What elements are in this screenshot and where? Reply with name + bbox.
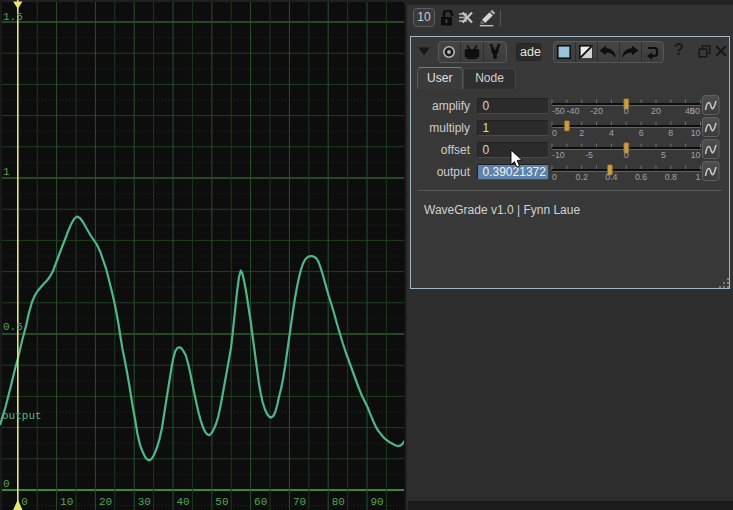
svg-text:0.6: 0.6	[635, 172, 647, 182]
svg-text:20: 20	[99, 496, 112, 508]
svg-text:1.5: 1.5	[3, 11, 23, 23]
svg-text:5: 5	[661, 150, 666, 160]
svg-text:-20: -20	[590, 106, 603, 116]
svg-text:-5: -5	[585, 150, 593, 160]
svg-text:1: 1	[3, 166, 10, 178]
svg-text:0.2: 0.2	[576, 172, 588, 182]
svg-text:2: 2	[579, 128, 584, 138]
svg-text:10: 10	[691, 150, 701, 160]
svg-text:10: 10	[60, 496, 73, 508]
svg-text:8: 8	[668, 128, 673, 138]
svg-text:70: 70	[293, 496, 306, 508]
svg-text:40: 40	[177, 496, 190, 508]
svg-text:output: output	[2, 410, 42, 422]
svg-text:4: 4	[609, 128, 614, 138]
svg-text:-50: -50	[552, 106, 565, 116]
svg-text:-10: -10	[552, 150, 565, 160]
svg-text:50: 50	[215, 496, 228, 508]
svg-text:6: 6	[639, 128, 644, 138]
svg-text:0.4: 0.4	[605, 172, 617, 182]
svg-text:0: 0	[21, 496, 28, 508]
svg-text:0: 0	[552, 128, 557, 138]
svg-text:10: 10	[691, 128, 701, 138]
svg-text:0: 0	[552, 172, 557, 182]
svg-text:30: 30	[138, 496, 151, 508]
svg-text:20: 20	[651, 106, 661, 116]
svg-text:80: 80	[332, 496, 345, 508]
svg-text:0.8: 0.8	[665, 172, 677, 182]
svg-text:0: 0	[624, 106, 629, 116]
svg-text:0: 0	[3, 478, 10, 490]
svg-text:50: 50	[690, 106, 700, 116]
svg-text:60: 60	[254, 496, 267, 508]
svg-text:90: 90	[371, 496, 384, 508]
svg-text:0: 0	[624, 150, 629, 160]
svg-text:-40: -40	[567, 106, 580, 116]
svg-text:0.5: 0.5	[3, 321, 23, 333]
svg-text:1: 1	[696, 172, 701, 182]
